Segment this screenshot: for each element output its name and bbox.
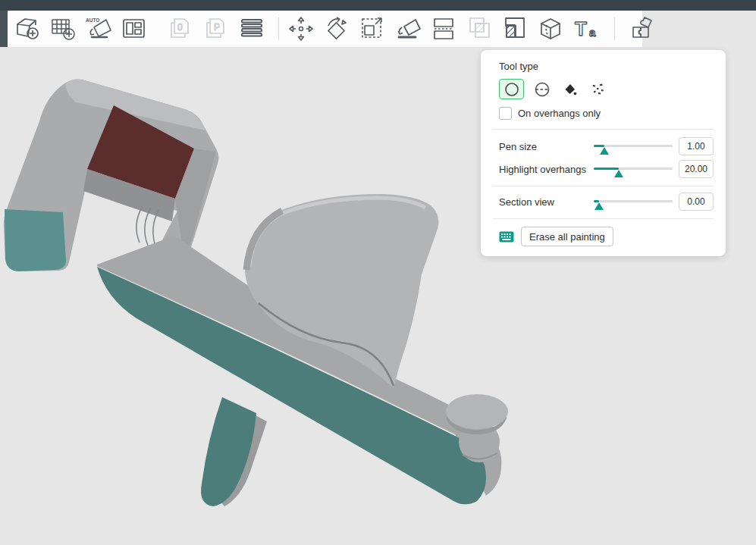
section-view-row: Section view 0.00: [499, 193, 714, 211]
on-overhangs-only-checkbox[interactable]: [499, 107, 512, 120]
section-view-slider[interactable]: [594, 193, 673, 211]
model-leg-teal[interactable]: [201, 397, 256, 506]
slider-handle[interactable]: [594, 202, 604, 210]
pen-size-slider[interactable]: [594, 137, 673, 155]
mesh-boolean-icon[interactable]: [535, 14, 566, 44]
keyboard-shortcut-icon[interactable]: [499, 231, 514, 243]
highlight-overhangs-row: Highlight overhangs 20.00: [499, 160, 714, 178]
toolbar-separator: [278, 17, 279, 40]
fill-bucket-icon: [563, 82, 578, 97]
fill-tool-button[interactable]: [560, 80, 580, 99]
gap-fill-tool-button[interactable]: [588, 80, 608, 99]
sphere-tool-button[interactable]: [532, 80, 552, 99]
support-painting-icon[interactable]: [500, 14, 530, 44]
erase-all-painting-button[interactable]: Erase all painting: [521, 227, 613, 246]
main-toolbar: AUTO 0 P: [8, 11, 642, 47]
window-top-bar: [0, 0, 756, 11]
toolbar-left-edge: [0, 11, 8, 47]
slider-track[interactable]: [594, 200, 673, 202]
on-overhangs-only-row: On overhangs only: [499, 106, 714, 120]
auto-orient-icon[interactable]: AUTO: [83, 14, 114, 44]
toolbar-separator: [614, 17, 615, 40]
divider: [493, 186, 714, 186]
circle-tool-button[interactable]: [499, 79, 524, 99]
gap-fill-icon: [591, 82, 606, 97]
svg-text:0: 0: [177, 22, 183, 33]
add-object-icon[interactable]: [12, 14, 42, 44]
support-painting-panel: Tool type: [481, 50, 726, 256]
model-knob-cap[interactable]: [446, 394, 508, 429]
highlight-overhangs-slider[interactable]: [594, 160, 673, 178]
arrange-icon[interactable]: [119, 14, 149, 44]
pen-size-label: Pen size: [499, 141, 594, 152]
tool-type-options: [499, 79, 714, 99]
rotate-icon[interactable]: [322, 14, 352, 44]
text-tool-icon[interactable]: T a: [571, 14, 601, 44]
move-icon[interactable]: [286, 14, 316, 44]
svg-text:T: T: [575, 17, 587, 40]
tool-type-label: Tool type: [499, 61, 714, 72]
split-to-parts-icon[interactable]: [628, 14, 658, 44]
paste-icon[interactable]: P: [201, 14, 231, 44]
divider: [493, 129, 714, 130]
place-on-face-icon[interactable]: [393, 14, 423, 44]
copy-icon[interactable]: 0: [165, 14, 196, 44]
cut-icon[interactable]: [428, 14, 459, 44]
variable-layer-height-icon[interactable]: [237, 14, 267, 44]
slider-handle[interactable]: [614, 170, 623, 177]
seam-painting-icon[interactable]: [464, 14, 494, 44]
highlight-overhangs-value[interactable]: 20.00: [679, 160, 714, 178]
model-arm-tip-teal[interactable]: [5, 209, 66, 271]
pen-size-row: Pen size 1.00: [499, 137, 714, 155]
sphere-icon: [534, 81, 551, 98]
add-plate-icon[interactable]: [48, 14, 78, 44]
pen-size-value[interactable]: 1.00: [679, 137, 714, 155]
section-view-value[interactable]: 0.00: [679, 193, 714, 211]
divider: [493, 218, 714, 219]
svg-text:AUTO: AUTO: [86, 17, 99, 23]
section-view-label: Section view: [499, 196, 594, 208]
svg-text:a: a: [589, 26, 596, 39]
on-overhangs-only-label: On overhangs only: [518, 108, 601, 119]
erase-row: Erase all painting: [499, 227, 714, 246]
highlight-overhangs-label: Highlight overhangs: [499, 164, 594, 175]
svg-text:P: P: [214, 22, 220, 33]
scale-icon[interactable]: [357, 14, 387, 44]
circle-icon: [504, 82, 519, 97]
slider-handle[interactable]: [600, 147, 609, 155]
